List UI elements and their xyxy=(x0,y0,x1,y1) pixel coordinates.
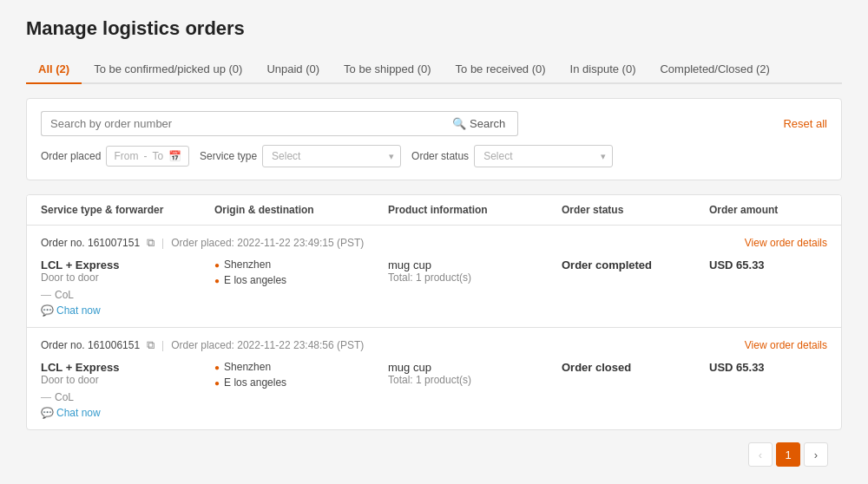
view-details-link-1[interactable]: View order details xyxy=(745,339,827,351)
order-placed-1: Order placed: 2022-11-22 23:48:56 (PST) xyxy=(171,339,364,351)
th-product-info: Product information xyxy=(388,204,562,216)
order-block-0: Order no. 161007151 ⧉ | Order placed: 20… xyxy=(27,226,841,328)
tab-unpaid[interactable]: Unpaid (0) xyxy=(254,56,332,84)
chat-now-0[interactable]: 💬 Chat now xyxy=(41,304,214,317)
chat-icon-0: 💬 xyxy=(41,304,54,317)
amount-col-1: USD 65.33 xyxy=(709,361,842,374)
service-type-select-wrapper: Select xyxy=(262,145,401,167)
tab-all[interactable]: All (2) xyxy=(26,56,82,84)
order-status-filter: Order status Select xyxy=(411,145,613,167)
th-service-type: Service type & forwarder xyxy=(41,204,214,216)
destination-item-0: ● E los angeles xyxy=(214,274,388,286)
filter-area: 🔍 Search Reset all Order placed From - T… xyxy=(26,98,842,180)
service-name-1: LCL + Express xyxy=(41,361,214,374)
order-meta-left-1: Order no. 161006151 ⧉ | Order placed: 20… xyxy=(41,338,364,352)
order-status-select[interactable]: Select xyxy=(474,145,613,167)
order-number-0: Order no. 161007151 xyxy=(41,237,140,249)
bullet-dest-0: ● xyxy=(214,276,220,285)
product-total-0: Total: 1 product(s) xyxy=(388,271,562,284)
page-title: Manage logistics orders xyxy=(26,17,842,40)
product-name-0: mug cup xyxy=(388,258,562,271)
meta-sep-1: | xyxy=(161,339,164,351)
copy-icon-1[interactable]: ⧉ xyxy=(147,338,155,352)
door-to-door-1: Door to door xyxy=(41,374,214,386)
col-text-0: CoL xyxy=(55,289,74,301)
tabs-bar: All (2)To be confirmed/picked up (0)Unpa… xyxy=(26,56,842,84)
col-label-1: — CoL xyxy=(41,391,214,403)
product-col-1: mug cup Total: 1 product(s) xyxy=(388,361,562,386)
amount-col-0: USD 65.33 xyxy=(709,258,842,271)
service-name-0: LCL + Express xyxy=(41,258,214,271)
origin-text-1: Shenzhen xyxy=(224,361,271,373)
order-details-row-0: LCL + Express Door to door — CoL 💬 Chat … xyxy=(41,258,827,317)
door-to-door-0: Door to door xyxy=(41,271,214,284)
search-button[interactable]: 🔍 Search xyxy=(440,111,518,136)
origin-text-0: Shenzhen xyxy=(224,258,271,271)
th-order-amount: Order amount xyxy=(709,204,842,216)
service-type-filter: Service type Select xyxy=(200,145,401,167)
search-wrapper: 🔍 Search xyxy=(41,111,544,136)
col-label-0: — CoL xyxy=(41,289,214,301)
chat-label-1: Chat now xyxy=(56,407,101,419)
origin-col-1: ● Shenzhen ● E los angeles xyxy=(214,361,388,392)
order-status-label: Order status xyxy=(411,150,469,162)
bullet-dest-1: ● xyxy=(214,378,220,388)
tab-to-be-received[interactable]: To be received (0) xyxy=(444,56,558,84)
calendar-icon: 📅 xyxy=(168,150,181,162)
order-status-1: Order closed xyxy=(562,361,709,374)
order-placed-filter: Order placed From - To 📅 xyxy=(41,146,189,167)
th-order-status: Order status xyxy=(562,204,709,216)
tab-to-be-confirmed[interactable]: To be confirmed/picked up (0) xyxy=(82,56,254,84)
amount-value-0: USD 65.33 xyxy=(709,258,842,271)
service-type-col-0: LCL + Express Door to door — CoL 💬 Chat … xyxy=(41,258,214,317)
order-status-select-wrapper: Select xyxy=(474,145,613,167)
order-placed-label: Order placed xyxy=(41,150,101,162)
next-page-button[interactable]: › xyxy=(804,442,828,467)
date-separator: - xyxy=(143,150,147,162)
order-details-row-1: LCL + Express Door to door — CoL 💬 Chat … xyxy=(41,361,827,419)
order-status-0: Order completed xyxy=(562,258,709,271)
meta-sep-0: | xyxy=(161,237,164,249)
product-name-1: mug cup xyxy=(388,361,562,374)
col-dash-0: — xyxy=(41,289,51,301)
copy-icon-0[interactable]: ⧉ xyxy=(147,236,155,250)
date-from-label: From xyxy=(114,150,138,162)
tab-in-dispute[interactable]: In dispute (0) xyxy=(558,56,648,84)
destination-item-1: ● E los angeles xyxy=(214,376,388,389)
bullet-origin-0: ● xyxy=(214,260,220,270)
origin-col-0: ● Shenzhen ● E los angeles xyxy=(214,258,388,290)
service-type-select[interactable]: Select xyxy=(262,145,401,167)
order-block-1: Order no. 161006151 ⧉ | Order placed: 20… xyxy=(27,328,841,429)
table-header: Service type & forwarderOrigin & destina… xyxy=(27,195,841,226)
prev-page-button[interactable]: ‹ xyxy=(748,442,773,467)
view-details-link-0[interactable]: View order details xyxy=(745,237,827,249)
col-text-1: CoL xyxy=(55,391,74,403)
tab-completed-closed[interactable]: Completed/Closed (2) xyxy=(648,56,781,84)
th-origin-destination: Origin & destination xyxy=(214,204,388,216)
bullet-origin-1: ● xyxy=(214,363,220,372)
reset-all-link[interactable]: Reset all xyxy=(783,117,827,130)
chat-now-1[interactable]: 💬 Chat now xyxy=(41,407,214,419)
service-type-label: Service type xyxy=(200,150,257,162)
orders-table: Service type & forwarderOrigin & destina… xyxy=(26,194,842,430)
date-range-picker[interactable]: From - To 📅 xyxy=(106,146,189,167)
order-meta-row-1: Order no. 161006151 ⧉ | Order placed: 20… xyxy=(41,338,827,352)
order-placed-0: Order placed: 2022-11-22 23:49:15 (PST) xyxy=(171,237,364,249)
amount-value-1: USD 65.33 xyxy=(709,361,842,374)
tab-to-be-shipped[interactable]: To be shipped (0) xyxy=(332,56,443,84)
search-input[interactable] xyxy=(41,111,440,136)
chat-icon-1: 💬 xyxy=(41,407,54,419)
order-number-1: Order no. 161006151 xyxy=(41,339,140,351)
status-col-0: Order completed xyxy=(562,258,709,271)
destination-text-0: E los angeles xyxy=(224,274,286,286)
status-col-1: Order closed xyxy=(562,361,709,374)
origin-item-0: ● Shenzhen xyxy=(214,258,388,271)
chat-label-0: Chat now xyxy=(56,304,101,317)
col-dash-1: — xyxy=(41,391,51,403)
destination-text-1: E los angeles xyxy=(224,376,286,389)
order-meta-left-0: Order no. 161007151 ⧉ | Order placed: 20… xyxy=(41,236,364,250)
date-to-label: To xyxy=(152,150,163,162)
origin-item-1: ● Shenzhen xyxy=(214,361,388,373)
search-icon: 🔍 xyxy=(452,117,466,130)
page-1-button[interactable]: 1 xyxy=(776,442,800,467)
